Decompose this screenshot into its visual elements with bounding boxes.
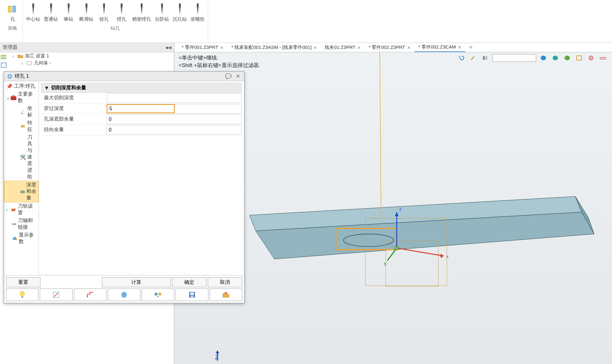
ribbon-btn-drill-0[interactable]: 中心钻 (24, 1, 42, 23)
ruler-icon[interactable] (598, 54, 608, 62)
nav-toolspeed[interactable]: 🛠️刀具与速度进给 (4, 133, 39, 181)
dialog-title-bar[interactable]: 镗孔 1 💬 ✕ (4, 72, 244, 81)
ribbon-group-strategy: 孔 策略 (3, 1, 23, 41)
close-icon[interactable]: ✕ (458, 45, 462, 50)
open-button[interactable] (210, 289, 242, 301)
manager-title-bar: 管理器 ◀◀ (0, 43, 174, 52)
drill-bit-icon (174, 3, 186, 16)
document-tab[interactable]: * 线束装配001.Z3ASM - [线束零件001]✕ (228, 43, 321, 52)
svg-rect-24 (1, 63, 6, 67)
collapse-icon[interactable]: ◀◀ (165, 45, 171, 50)
bulb-button[interactable] (6, 289, 39, 301)
ribbon-btn-drill-9[interactable]: 攻螺纹 (189, 1, 207, 23)
ribbon-btn-hole[interactable]: 孔 (4, 1, 21, 23)
ribbon-label: 断屑钻 (79, 16, 93, 22)
drill-bit-icon (28, 3, 39, 16)
stack-icon[interactable] (0, 54, 8, 60)
tree-item-geometry[interactable]: › 几何体 - (10, 60, 174, 67)
ribbon-btn-drill-2[interactable]: 啄钻 (60, 1, 77, 23)
label-pass-depth: 穿过深度 (41, 105, 107, 112)
input-bottom-allow[interactable] (107, 115, 242, 124)
manager-side-icons (0, 52, 10, 69)
svg-rect-2 (32, 3, 34, 7)
document-tab[interactable]: * 零件002.Z3PRT✕ (365, 43, 414, 52)
nav-depth[interactable]: 深度和余量 (4, 181, 39, 202)
compute-button[interactable]: 计算 (102, 277, 171, 287)
cube-blue-icon[interactable] (539, 54, 548, 62)
ribbon-btn-drill-6[interactable]: 精密镗孔 (130, 1, 153, 23)
close-icon[interactable]: ✕ (357, 45, 361, 50)
cube-teal-icon[interactable] (551, 54, 560, 62)
edit-icon[interactable] (468, 54, 478, 62)
ribbon-btn-drill-1[interactable]: 普通钻 (42, 1, 60, 23)
input-radial-allow[interactable] (107, 125, 242, 135)
bore-dialog: 镗孔 1 💬 ✕ 📌工序:镗孔 ⌄🧰主要参数 坐标 特征 🛠️刀具与速度进给 深… (4, 71, 244, 303)
svg-text:y: y (384, 261, 387, 266)
nav-toolpath[interactable]: ›刀轨设置 (4, 202, 39, 217)
svg-rect-22 (1, 55, 6, 57)
input-pass-depth[interactable] (107, 104, 175, 113)
nav-display[interactable]: 显示参数 (4, 231, 39, 246)
box-icon[interactable] (0, 62, 8, 69)
svg-marker-17 (161, 7, 163, 15)
svg-rect-16 (161, 3, 163, 7)
nav-process[interactable]: 📌工序:镗孔 (4, 82, 39, 90)
ribbon-btn-drill-7[interactable]: 台阶钻 (153, 1, 171, 23)
ribbon-btn-drill-3[interactable]: 断屑钻 (77, 1, 95, 23)
axis-icon (20, 109, 26, 115)
undo-icon[interactable] (457, 54, 466, 62)
target-icon[interactable] (586, 54, 596, 62)
dialog-title: 镗孔 1 (15, 73, 29, 80)
path-button[interactable] (74, 289, 107, 301)
label-max-depth: 最大切削深度 (41, 95, 107, 101)
filter-dropdown[interactable] (492, 54, 536, 62)
close-icon[interactable]: ✕ (313, 45, 317, 50)
align-icon[interactable] (480, 54, 490, 62)
save-button[interactable] (175, 289, 208, 301)
svg-text:z: z (399, 206, 402, 211)
close-icon[interactable]: ✕ (220, 45, 224, 50)
transfer-button[interactable] (142, 289, 174, 301)
dialog-close-icon[interactable]: ✕ (234, 73, 242, 80)
document-tab[interactable]: * 零件002.Z3CAM✕ (415, 43, 465, 52)
nav-feature[interactable]: 特征 (4, 119, 39, 133)
reset-button[interactable]: 重置 (6, 277, 40, 287)
label-radial-allow: 径向余量 (41, 127, 107, 133)
svg-rect-4 (50, 3, 52, 7)
close-icon[interactable]: ✕ (407, 45, 411, 50)
mini-axis-icon (212, 350, 224, 362)
svg-marker-21 (197, 7, 199, 15)
ok-button[interactable]: 确定 (172, 277, 207, 287)
add-tab-button[interactable]: + (465, 44, 477, 51)
form-panel-title[interactable]: ▼切削深度和余量 (41, 83, 242, 93)
drill-bit-icon (192, 3, 203, 16)
toolpath-icon (10, 207, 17, 212)
nav-axislink[interactable]: 刀轴和链接 (4, 217, 39, 231)
document-tab[interactable]: * 零件001.Z3PRT✕ (178, 43, 228, 52)
ribbon-group-drilling: 中心钻普通钻啄钻断屑钻铰孔镗孔精密镗孔台阶钻沉孔钻攻螺纹 钻孔 (23, 1, 208, 41)
svg-rect-25 (27, 62, 31, 65)
ribbon-label: 攻螺纹 (191, 16, 205, 22)
drill-bit-icon (63, 3, 74, 16)
nav-coord[interactable]: 坐标 (4, 105, 39, 119)
frame-icon[interactable] (574, 54, 584, 62)
cancel-button[interactable]: 取消 (208, 277, 242, 287)
note-button[interactable] (40, 289, 72, 301)
svg-rect-23 (1, 57, 6, 59)
svg-rect-14 (141, 3, 143, 7)
svg-rect-47 (395, 247, 398, 250)
world-button[interactable] (108, 289, 140, 301)
input-pass-depth-ext[interactable] (175, 104, 242, 113)
tab-label: * 零件002.Z3PRT (369, 44, 405, 50)
svg-marker-13 (121, 7, 123, 15)
input-max-depth[interactable] (107, 93, 242, 103)
ribbon-btn-drill-5[interactable]: 镗孔 (113, 1, 130, 23)
document-tab[interactable]: 线夹01.Z3PRT✕ (321, 43, 365, 52)
ribbon-label: 镗孔 (117, 16, 126, 22)
cube-green-icon[interactable] (562, 54, 572, 62)
ribbon-btn-drill-4[interactable]: 铰孔 (95, 1, 113, 23)
dialog-hint-icon[interactable]: 💬 (225, 73, 232, 80)
tree-item-setup[interactable]: › 加工 设置 1 (10, 52, 174, 60)
nav-main[interactable]: ⌄🧰主要参数 (4, 90, 39, 105)
ribbon-btn-drill-8[interactable]: 沉孔钻 (171, 1, 189, 23)
